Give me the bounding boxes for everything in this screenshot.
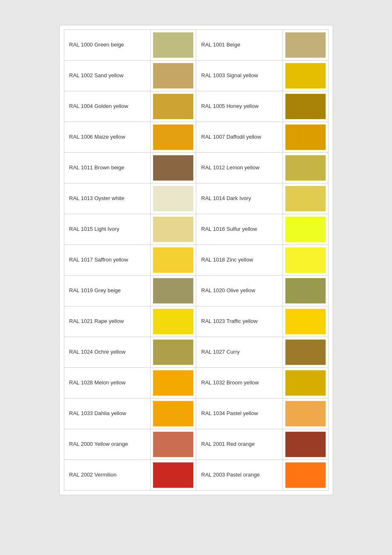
color-swatch-inner	[285, 462, 326, 488]
color-cell: RAL 1032 Broom yellow	[196, 368, 329, 399]
color-swatch-inner	[285, 340, 326, 365]
color-swatch	[150, 183, 196, 214]
color-swatch-inner	[285, 401, 326, 426]
ral-color-table: RAL 1000 Green beigeRAL 1001 BeigeRAL 10…	[59, 25, 333, 495]
color-cell: RAL 1024 Ochre yellow	[64, 337, 197, 368]
color-swatch-inner	[285, 125, 326, 150]
color-label: RAL 1024 Ochre yellow	[64, 337, 151, 367]
color-label: RAL 1021 Rape yellow	[64, 306, 151, 337]
color-label: RAL 1017 Saffron yellow	[64, 245, 151, 275]
color-label: RAL 1012 Lemon yellow	[196, 153, 282, 183]
color-label: RAL 1001 Beige	[196, 30, 282, 60]
color-label: RAL 1028 Melon yellow	[64, 368, 151, 398]
color-label: RAL 1002 Sand yellow	[64, 61, 151, 91]
color-swatch-inner	[153, 309, 193, 334]
color-cell: RAL 2002 Vermilion	[64, 460, 197, 491]
color-swatch	[150, 245, 196, 275]
color-label: RAL 1000 Green beige	[64, 30, 151, 60]
color-cell: RAL 1016 Sulfur yellow	[196, 214, 329, 245]
color-swatch-inner	[285, 247, 326, 273]
color-swatch	[150, 214, 196, 244]
color-label: RAL 1015 Light Ivory	[64, 214, 151, 244]
color-swatch-inner	[153, 432, 193, 457]
color-swatch	[150, 153, 196, 183]
color-swatch	[282, 306, 328, 337]
color-label: RAL 1014 Dark Ivory	[196, 183, 282, 214]
color-swatch-inner	[153, 247, 193, 273]
color-swatch	[150, 122, 196, 152]
color-cell: RAL 1003 Signal yellow	[196, 61, 329, 91]
color-label: RAL 1003 Signal yellow	[196, 61, 282, 91]
color-swatch-inner	[153, 186, 193, 211]
color-swatch-inner	[153, 63, 193, 88]
color-swatch	[150, 306, 196, 337]
color-label: RAL 1006 Maize yellow	[64, 122, 151, 152]
color-swatch-inner	[285, 278, 326, 303]
color-label: RAL 2000 Yellow orange	[64, 429, 151, 460]
color-swatch-inner	[153, 278, 193, 303]
color-cell: RAL 1034 Pastel yellow	[196, 399, 329, 429]
color-swatch	[282, 337, 328, 367]
color-label: RAL 1007 Daffodil yellow	[196, 122, 282, 152]
color-cell: RAL 1011 Brown beige	[64, 153, 197, 183]
color-swatch	[150, 276, 196, 306]
color-cell: RAL 1020 Olive yellow	[196, 276, 329, 306]
color-cell: RAL 1021 Rape yellow	[64, 306, 197, 337]
color-label: RAL 1032 Broom yellow	[196, 368, 282, 398]
color-label: RAL 1033 Dahlia yellow	[64, 399, 151, 429]
color-swatch	[282, 183, 328, 214]
color-cell: RAL 2003 Pastel orange	[196, 460, 329, 491]
color-label: RAL 1016 Sulfur yellow	[196, 214, 282, 244]
color-label: RAL 1034 Pastel yellow	[196, 399, 282, 429]
color-cell: RAL 1002 Sand yellow	[64, 61, 197, 91]
color-label: RAL 1011 Brown beige	[64, 153, 151, 183]
color-cell: RAL 1001 Beige	[196, 30, 329, 61]
color-swatch	[282, 429, 328, 460]
color-cell: RAL 1033 Dahlia yellow	[64, 399, 197, 429]
color-label: RAL 1018 Zinc yellow	[196, 245, 282, 275]
color-swatch-inner	[285, 309, 326, 334]
color-swatch-inner	[153, 94, 193, 119]
color-swatch	[282, 30, 328, 60]
color-cell: RAL 1004 Golden yellow	[64, 91, 197, 122]
color-cell: RAL 1027 Curry	[196, 337, 329, 368]
color-label: RAL 1013 Oyster white	[64, 183, 151, 214]
color-swatch-inner	[285, 32, 326, 58]
color-swatch-inner	[153, 370, 193, 396]
color-swatch-inner	[153, 401, 193, 426]
color-swatch-inner	[285, 186, 326, 211]
color-grid: RAL 1000 Green beigeRAL 1001 BeigeRAL 10…	[64, 29, 329, 491]
color-cell: RAL 1018 Zinc yellow	[196, 245, 329, 276]
color-cell: RAL 1028 Melon yellow	[64, 368, 197, 399]
color-cell: RAL 1019 Grey beige	[64, 276, 197, 306]
color-swatch	[150, 30, 196, 60]
color-cell: RAL 1012 Lemon yellow	[196, 153, 329, 183]
color-swatch-inner	[285, 432, 326, 457]
color-swatch-inner	[153, 462, 193, 488]
color-swatch	[282, 61, 328, 91]
color-swatch	[282, 214, 328, 244]
color-label: RAL 1019 Grey beige	[64, 276, 151, 306]
color-cell: RAL 1017 Saffron yellow	[64, 245, 197, 276]
color-swatch	[282, 91, 328, 122]
color-swatch	[282, 368, 328, 398]
color-label: RAL 1004 Golden yellow	[64, 91, 151, 122]
color-swatch	[150, 399, 196, 429]
color-cell: RAL 1006 Maize yellow	[64, 122, 197, 153]
color-swatch-inner	[153, 32, 193, 58]
color-swatch-inner	[285, 217, 326, 242]
color-swatch-inner	[285, 155, 326, 181]
color-swatch	[150, 429, 196, 460]
color-swatch-inner	[153, 155, 193, 181]
color-swatch	[282, 276, 328, 306]
color-label: RAL 2003 Pastel orange	[196, 460, 282, 490]
color-label: RAL 2001 Red orange	[196, 429, 282, 460]
color-label: RAL 2002 Vermilion	[64, 460, 151, 490]
color-swatch	[150, 368, 196, 398]
color-swatch	[150, 337, 196, 367]
color-swatch	[282, 122, 328, 152]
color-swatch	[282, 245, 328, 275]
color-swatch-inner	[153, 217, 193, 242]
color-swatch	[150, 460, 196, 490]
color-cell: RAL 2001 Red orange	[196, 429, 329, 460]
